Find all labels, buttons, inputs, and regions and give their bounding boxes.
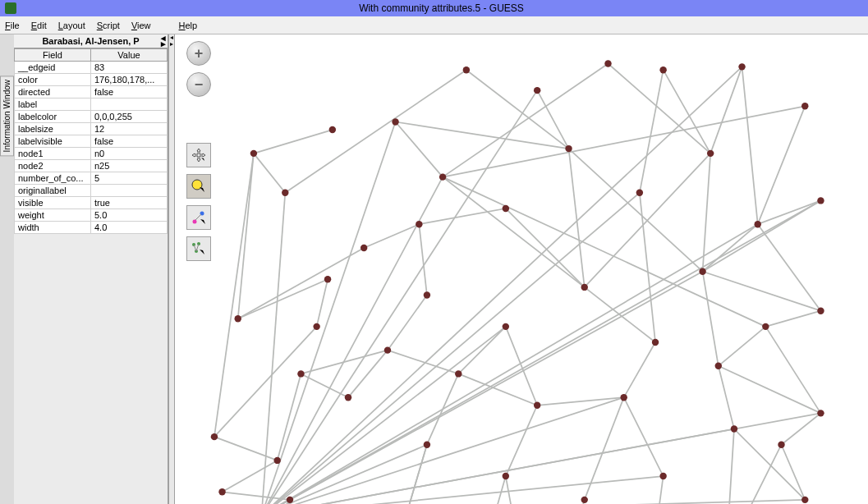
value-cell: 5.0 <box>91 209 168 222</box>
svg-line-40 <box>782 413 821 444</box>
table-row[interactable]: width4.0 <box>15 222 168 234</box>
zoom-in-button[interactable]: + <box>186 41 211 66</box>
select-tool-button[interactable] <box>186 174 211 199</box>
svg-point-114 <box>329 126 336 133</box>
pan-tool-button[interactable] <box>186 143 211 167</box>
node-icon <box>191 209 207 226</box>
svg-point-136 <box>503 205 509 212</box>
svg-line-95 <box>726 445 781 504</box>
svg-line-68 <box>317 279 328 327</box>
zoom-out-button[interactable]: − <box>186 72 211 97</box>
field-cell: node2 <box>15 160 91 172</box>
menu-view[interactable]: View <box>131 21 151 30</box>
table-row[interactable]: weight5.0 <box>15 209 168 222</box>
table-row[interactable]: directedfalse <box>15 86 168 99</box>
field-cell: node1 <box>15 148 91 160</box>
svg-point-153 <box>652 339 659 346</box>
field-cell: weight <box>15 209 91 222</box>
value-cell: 83 <box>91 62 168 74</box>
menu-script[interactable]: Script <box>97 21 120 30</box>
table-row[interactable]: labelsize12 <box>15 123 168 135</box>
table-row[interactable]: node2n25 <box>15 160 168 172</box>
svg-point-112 <box>235 315 241 322</box>
svg-line-35 <box>758 200 821 224</box>
svg-point-167 <box>416 221 422 227</box>
field-cell: visible <box>15 197 91 209</box>
svg-point-118 <box>604 60 611 66</box>
header-arrows[interactable]: ◂▸ <box>161 35 166 47</box>
table-row[interactable]: node1n0 <box>15 148 168 160</box>
menu-layout[interactable]: Layout <box>58 21 85 30</box>
svg-point-152 <box>581 284 588 291</box>
field-cell: __edgeid <box>15 62 91 74</box>
table-row[interactable]: number_of_co...5 <box>15 172 168 185</box>
svg-point-143 <box>659 473 666 479</box>
svg-line-26 <box>396 121 443 176</box>
field-cell: labelsize <box>15 123 91 135</box>
toolbox: + − <box>186 41 211 261</box>
value-cell: 0,0,0,255 <box>91 111 168 123</box>
field-cell: originallabel <box>15 185 91 197</box>
table-row[interactable]: __edgeid83 <box>15 62 168 74</box>
col-value[interactable]: Value <box>91 49 168 62</box>
table-row[interactable]: visibletrue <box>15 197 168 209</box>
network-graph[interactable] <box>175 34 868 504</box>
menu-file[interactable]: File <box>5 21 20 30</box>
value-cell: n0 <box>91 148 168 160</box>
svg-point-135 <box>439 173 446 180</box>
svg-line-61 <box>719 327 766 366</box>
field-cell: width <box>15 222 91 234</box>
node-tool-button[interactable] <box>186 205 211 230</box>
sidebar-header: Barabasi, Al-Jensen, P ◂▸ <box>14 34 168 48</box>
pointer-icon <box>191 178 207 195</box>
value-cell: false <box>91 86 168 99</box>
svg-line-64 <box>585 397 624 500</box>
svg-line-42 <box>734 429 805 500</box>
value-cell: 5 <box>91 172 168 185</box>
svg-line-79 <box>388 351 458 374</box>
col-field[interactable]: Field <box>15 49 91 62</box>
svg-point-117 <box>534 87 540 94</box>
svg-point-154 <box>699 268 705 275</box>
svg-line-71 <box>419 224 427 295</box>
table-row[interactable]: originallabel <box>15 185 168 197</box>
svg-line-94 <box>758 224 821 311</box>
svg-point-115 <box>392 118 398 125</box>
split-handle-vertical[interactable]: ◂▸ <box>168 34 175 504</box>
field-cell: directed <box>15 86 91 99</box>
svg-line-25 <box>254 130 333 153</box>
svg-point-159 <box>273 457 280 464</box>
field-cell: number_of_co... <box>15 172 91 185</box>
svg-line-49 <box>474 476 505 504</box>
value-cell: true <box>91 197 168 209</box>
info-window-tab[interactable]: Information Window <box>0 76 14 156</box>
move-icon <box>191 147 207 163</box>
svg-line-101 <box>301 373 348 397</box>
svg-line-90 <box>443 177 765 327</box>
table-row[interactable]: labelcolor0,0,0,255 <box>15 111 168 123</box>
svg-point-116 <box>463 66 470 73</box>
field-cell: labelcolor <box>15 111 91 123</box>
svg-line-62 <box>719 366 734 429</box>
edge-tool-button[interactable] <box>186 236 211 261</box>
svg-point-140 <box>755 221 761 227</box>
svg-point-134 <box>250 150 257 157</box>
svg-point-123 <box>817 307 824 314</box>
value-cell: false <box>91 135 168 148</box>
table-row[interactable]: labelvisiblefalse <box>15 135 168 148</box>
svg-point-157 <box>455 370 462 377</box>
menu-help[interactable]: Help <box>179 21 198 30</box>
table-row[interactable]: color176,180,178,... <box>15 74 168 86</box>
svg-line-84 <box>262 200 821 504</box>
graph-canvas[interactable]: + − <box>175 34 868 504</box>
svg-line-56 <box>506 208 585 287</box>
svg-point-150 <box>424 291 430 298</box>
svg-line-41 <box>782 445 806 500</box>
svg-line-19 <box>214 327 317 437</box>
svg-line-102 <box>238 279 328 318</box>
menu-edit[interactable]: Edit <box>31 21 47 30</box>
svg-line-46 <box>561 500 585 504</box>
svg-point-125 <box>801 497 808 503</box>
svg-point-138 <box>636 190 643 196</box>
table-row[interactable]: label <box>15 99 168 111</box>
